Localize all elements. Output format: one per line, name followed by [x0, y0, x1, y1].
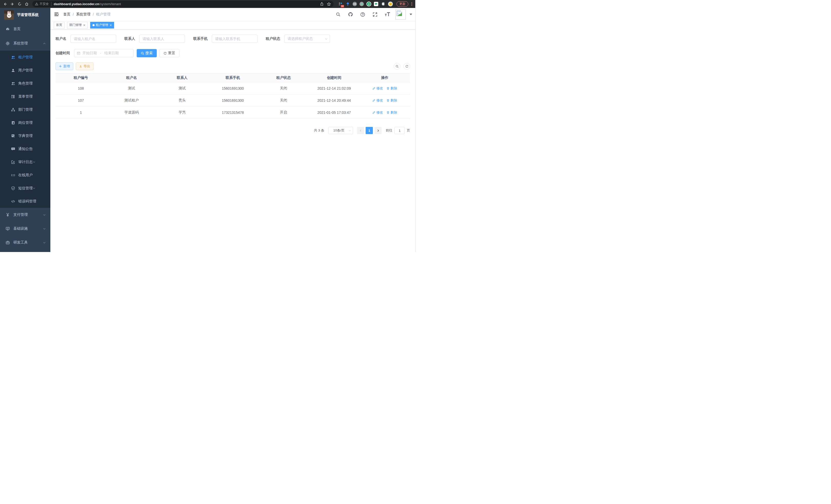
table-search-button[interactable] [394, 63, 400, 69]
user-avatar[interactable] [396, 9, 406, 20]
sidebar-item-menu[interactable]: 菜单管理 [0, 90, 50, 103]
sidebar-item-system[interactable]: 系统管理 [0, 36, 50, 51]
sidebar-item-label: 字典管理 [18, 134, 33, 138]
header-search-button[interactable] [334, 11, 342, 18]
browser-toolbar: 不安全 dashboard.yudao.iocoder.cn/system/te… [0, 0, 415, 8]
sidebar-item-sms[interactable]: 短信管理 [0, 182, 50, 195]
sidebar-item-online-user[interactable]: 在线用户 [0, 169, 50, 182]
tag-tenant[interactable]: 租户管理 [90, 22, 114, 29]
reload-button[interactable] [17, 1, 23, 7]
sidebar-item-dept[interactable]: 部门管理 [0, 103, 50, 116]
sidebar-item-infra[interactable]: 基础设施 [0, 222, 50, 236]
calendar-icon [77, 51, 80, 55]
sidebar-item-label: 角色管理 [18, 81, 33, 86]
col-phone: 联系手机 [207, 73, 258, 83]
fullscreen-button[interactable] [371, 11, 379, 18]
chat-extension-icon[interactable] [374, 2, 378, 6]
sidebar-item-label: 基础设施 [13, 226, 43, 231]
sidebar-item-pay[interactable]: 支付管理 [0, 208, 50, 222]
next-page-button[interactable] [374, 127, 381, 134]
phone-input[interactable] [212, 35, 257, 43]
command-extension-icon[interactable] [352, 2, 357, 6]
prev-page-button[interactable] [357, 127, 364, 134]
delete-link[interactable]: 删除 [386, 86, 397, 91]
status-placeholder: 请选择租户状态 [288, 36, 313, 41]
tags-view: 首页 部门管理 租户管理 [50, 21, 415, 30]
tag-dept[interactable]: 部门管理 [67, 22, 88, 29]
sidebar-toggle-button[interactable] [54, 12, 59, 17]
tenant-name-input[interactable] [70, 35, 116, 43]
home-button[interactable] [24, 1, 30, 7]
help-button[interactable] [359, 11, 367, 18]
search-button[interactable]: 搜索 [137, 49, 157, 57]
recorder-extension-icon[interactable] [360, 2, 364, 6]
delete-link[interactable]: 删除 [386, 98, 397, 103]
avatar-caret-icon[interactable] [409, 13, 412, 17]
delete-link[interactable]: 删除 [386, 110, 397, 115]
browser-update-button[interactable]: 更新 [397, 1, 408, 7]
edit-link[interactable]: 修改 [372, 110, 383, 115]
table-refresh-button[interactable] [403, 63, 410, 69]
github-icon [348, 12, 353, 17]
security-indicator[interactable]: 不安全 [35, 2, 51, 6]
close-icon[interactable] [83, 24, 85, 26]
back-button[interactable] [2, 1, 8, 7]
fullscreen-icon [373, 12, 377, 17]
proxy-extension-icon[interactable]: 10 [338, 2, 343, 6]
url-path: /system/tenant [99, 2, 121, 6]
close-icon[interactable] [110, 24, 112, 26]
url-host: dashboard.yudao.iocoder.cn [54, 2, 99, 6]
page-size-select[interactable]: 10条/页 [328, 127, 353, 134]
add-button-label: 新增 [63, 64, 70, 68]
sidebar-item-error-code[interactable]: 错误码管理 [0, 195, 50, 208]
bookmark-button[interactable] [327, 2, 331, 6]
sidebar-item-role[interactable]: 角色管理 [0, 77, 50, 90]
table-row: 1 芋道源码 芋艿 17321315478 开启 2021-01-05 17:0… [56, 107, 410, 119]
forward-icon [10, 2, 15, 6]
export-button-label: 导出 [84, 64, 90, 68]
breadcrumb-home[interactable]: 首页 [63, 12, 70, 17]
status-select[interactable]: 请选择租户状态 [284, 35, 330, 43]
page-number-button[interactable]: 1 [366, 127, 373, 134]
sidebar-item-home[interactable]: 首页 [0, 22, 50, 36]
filter-row-2: 创建时间 开始日期 - 结束日期 搜索 重置 [56, 49, 410, 57]
breadcrumb-separator: / [73, 12, 74, 17]
sidebar-item-post[interactable]: 岗位管理 [0, 116, 50, 129]
goto-page-input[interactable] [395, 127, 405, 134]
github-link[interactable] [346, 11, 354, 18]
emoji-extension-icon[interactable] [388, 2, 393, 6]
share-button[interactable] [320, 2, 324, 6]
extensions-puzzle-icon[interactable] [381, 2, 385, 6]
app-title: 芋道管理系统 [17, 12, 38, 17]
forward-button[interactable] [9, 1, 16, 7]
address-bar[interactable]: 不安全 dashboard.yudao.iocoder.cn/system/te… [32, 1, 334, 7]
roles-icon [11, 82, 15, 86]
edit-link[interactable]: 修改 [372, 86, 383, 91]
kite-extension-icon[interactable] [345, 2, 350, 6]
sidebar-item-dict[interactable]: 字典管理 [0, 129, 50, 142]
sidebar-item-audit-log[interactable]: 审计日志 [0, 155, 50, 169]
cell-created: 2021-01-05 17:03:47 [309, 107, 360, 119]
add-button[interactable]: 新增 [56, 62, 73, 70]
breadcrumb-section[interactable]: 系统管理 [76, 12, 90, 17]
tag-home[interactable]: 首页 [54, 22, 64, 29]
sidebar-item-user[interactable]: 用户管理 [0, 64, 50, 77]
export-button[interactable]: 导出 [76, 62, 93, 70]
yudao-extension-icon[interactable]: y [366, 2, 371, 6]
cell-status: 开启 [258, 107, 309, 119]
sidebar-item-notice[interactable]: 通知公告 [0, 142, 50, 155]
browser-menu-button[interactable] [411, 2, 412, 6]
contact-input[interactable] [139, 35, 185, 43]
cell-created: 2021-12-14 20:49:44 [309, 94, 360, 107]
reset-button[interactable]: 重置 [159, 49, 179, 57]
phone-label: 联系手机 [193, 36, 208, 41]
breadcrumb: 首页 / 系统管理 / 租户管理 [63, 12, 111, 17]
warning-icon [35, 2, 38, 6]
sidebar-item-devtools[interactable]: 研发工具 [0, 236, 50, 249]
security-label: 不安全 [39, 2, 49, 6]
edit-link[interactable]: 修改 [372, 98, 383, 103]
date-range-input[interactable]: 开始日期 - 结束日期 [74, 49, 134, 57]
sidebar-item-tenant[interactable]: 租户管理 [0, 51, 50, 64]
active-dot [92, 24, 94, 26]
font-size-button[interactable] [383, 11, 392, 18]
